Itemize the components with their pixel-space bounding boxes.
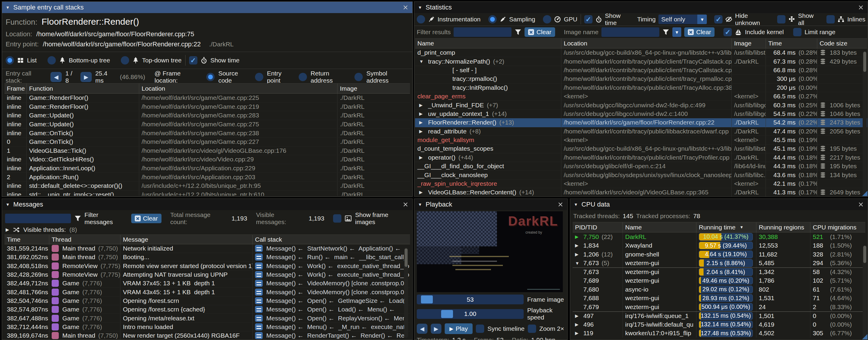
- scrollbar-thumb[interactable]: [863, 246, 866, 263]
- checkbox-sync-timeline[interactable]: [476, 324, 484, 333]
- expand-arrow-icon[interactable]: ▶: [575, 234, 583, 239]
- clear-messages-filter-button[interactable]: Clear: [131, 214, 161, 223]
- playback-speed-slider[interactable]: 1.00: [417, 309, 524, 319]
- table-row[interactable]: tracy::rpmalloc() /home/wolf/darkrl/cont…: [415, 75, 867, 83]
- image-name-input[interactable]: [601, 27, 659, 37]
- table-row[interactable]: ▼7,673(5) wezterm-gui 2.15 s (8.86%) 5,4…: [572, 259, 865, 268]
- expand-arrow-icon[interactable]: ▶: [419, 129, 428, 134]
- expand-arrow-icon[interactable]: ▶: [575, 322, 583, 327]
- radio-bottom-up-tree[interactable]: [48, 56, 56, 64]
- close-icon[interactable]: [403, 4, 409, 10]
- table-row[interactable]: ▶1,206(12) gnome-shell 4.64 s (19.10%) 1…: [572, 250, 865, 259]
- collapse-icon[interactable]: ▼: [574, 202, 578, 207]
- checkbox-zoom-2x[interactable]: [528, 324, 536, 333]
- col-thread[interactable]: Thread: [49, 235, 120, 244]
- col-running-regions[interactable]: Running regions: [756, 222, 810, 232]
- next-stack-button[interactable]: ▶: [81, 72, 92, 82]
- call-stack-list-icon[interactable]: [255, 254, 263, 261]
- checkbox-show-time[interactable]: ✓: [584, 15, 592, 24]
- table-row[interactable]: 382,647,488ns Game(7,776) Opening /meta/…: [4, 314, 410, 322]
- table-row[interactable]: tracy::InitRpmalloc() /home/wolf/darkrl/…: [415, 84, 867, 92]
- col-time[interactable]: Time: [4, 235, 49, 244]
- call-stack-list-icon[interactable]: [255, 262, 263, 270]
- resize-grip[interactable]: [862, 334, 867, 339]
- table-row[interactable]: ▶7,750(22) DarkRL 10.04 s (41.37%) 30,38…: [572, 232, 865, 241]
- call-stack-list-icon[interactable]: [255, 306, 263, 313]
- call-stack-list-icon[interactable]: [255, 332, 263, 339]
- table-row[interactable]: 382,428,269ns RemoteView(7,775) Attempti…: [4, 271, 410, 279]
- col-image[interactable]: Image: [337, 84, 410, 93]
- table-row[interactable]: inline Application::InnerLoop() /home/wo…: [4, 164, 410, 173]
- expand-arrow-icon[interactable]: ▼: [419, 59, 428, 64]
- frame-image-preview[interactable]: DarkRL created by: [417, 211, 563, 292]
- table-row[interactable]: 7,688 wezterm-gui 28.93 ms (0.12%) 1,531…: [572, 294, 865, 303]
- table-row[interactable]: 382,408,518ns RemoteView(7,775) Remote v…: [4, 262, 410, 271]
- table-row[interactable]: 381,559,214ns Main thread(7,750) Network…: [4, 244, 410, 253]
- expand-arrow-icon[interactable]: ▶: [419, 103, 428, 108]
- resize-grip[interactable]: [862, 191, 867, 196]
- table-row[interactable]: 389,169,674ns Main thread(7,750) New ren…: [4, 331, 410, 339]
- table-row[interactable]: 2 Application::Run() /home/wolf/darkrl/s…: [4, 173, 410, 181]
- table-row[interactable]: [ - self - ] /home/wolf/darkrl/contrib/t…: [415, 66, 867, 75]
- col-running-time[interactable]: Running time▼: [696, 222, 756, 232]
- scrollbar[interactable]: [863, 51, 867, 195]
- table-row[interactable]: inline Game::RenderFloor() /home/wolf/da…: [4, 94, 410, 103]
- table-row[interactable]: d_count_templates_scopes /usr/src/debug/…: [415, 144, 867, 153]
- radio-source-code[interactable]: [206, 73, 215, 81]
- table-row[interactable]: ▶read_attribute(+8) /home/wolf/darkrl/co…: [415, 127, 867, 136]
- image-filter-dropdown[interactable]: ▼: [672, 27, 681, 37]
- table-row[interactable]: 0 Game::OnTick() /home/wolf/darkrl/src/g…: [4, 138, 410, 146]
- col-location[interactable]: Location: [561, 39, 732, 48]
- col-message[interactable]: Message: [120, 235, 252, 244]
- table-row[interactable]: ▼tracy::NormalizePath()(+2) /home/wolf/d…: [415, 57, 867, 66]
- checkbox-include-kernel[interactable]: ✓: [723, 28, 732, 36]
- table-row[interactable]: inline Video::GetTicksHiRes() /home/wolf…: [4, 155, 410, 164]
- timing-dropdown[interactable]: Self only▼: [658, 15, 707, 24]
- filter-results-input[interactable]: [454, 27, 512, 37]
- call-stack-list-icon[interactable]: [255, 323, 263, 331]
- checkbox-show-time[interactable]: ✓: [189, 56, 197, 64]
- table-row[interactable]: clear_page_erms <kernel> <kernel> 66.5 m…: [415, 92, 867, 101]
- radio-sampling[interactable]: [488, 15, 497, 24]
- collapse-icon[interactable]: ▼: [418, 5, 422, 10]
- radio-instrumentation[interactable]: [417, 15, 425, 24]
- col-frame[interactable]: Frame: [4, 84, 26, 93]
- checkbox-show-all[interactable]: [777, 15, 785, 24]
- table-row[interactable]: d_print_comp /usr/src/debug/gcc-build/x8…: [415, 49, 867, 57]
- entry-point-value[interactable]: /home/wolf/darkrl/src/game/floor/FloorRe…: [43, 40, 201, 48]
- scrollbar-thumb[interactable]: [405, 249, 408, 267]
- col-code-size[interactable]: Code size: [817, 39, 867, 48]
- radio-entry-point[interactable]: [255, 73, 263, 81]
- call-stack-list-icon[interactable]: [255, 289, 263, 296]
- table-row[interactable]: ▶497 irq/176-iwlwifi:queue_1 132.15 ms (…: [572, 311, 865, 320]
- expand-arrow-icon[interactable]: ▶: [419, 155, 428, 160]
- table-row[interactable]: inline Game::OnTick() /home/wolf/darkrl/…: [4, 129, 410, 138]
- prev-stack-button[interactable]: ◀: [51, 72, 62, 82]
- expand-arrow-icon[interactable]: ▶: [575, 313, 583, 319]
- table-row[interactable]: ▶FloorRenderer::Render()(+13) /home/wolf…: [415, 118, 867, 127]
- table-row[interactable]: 7,679 wezterm-gui 500.94 μs (0.00%) 24 2…: [572, 303, 865, 311]
- expand-arrow-icon[interactable]: ▶: [6, 227, 9, 232]
- col-image[interactable]: Image: [732, 39, 766, 48]
- table-row[interactable]: inline std::default_delete<>::operator()…: [4, 181, 410, 191]
- radio-symbol-address[interactable]: [354, 73, 363, 81]
- collapse-icon[interactable]: ▼: [6, 202, 10, 207]
- table-row[interactable]: __GI___clock_nanosleep /usr/src/debug/gl…: [415, 171, 867, 179]
- call-stack-list-icon[interactable]: [255, 245, 263, 252]
- table-row[interactable]: 382,712,444ns Game(7,776) Intro menu loa…: [4, 323, 410, 331]
- table-row[interactable]: ▶VideoGLBase::RenderContent()(+14) /home…: [415, 188, 867, 196]
- call-stack-list-icon[interactable]: [255, 297, 263, 304]
- table-row[interactable]: 382,574,807ns Game(7,776) Opening /fores…: [4, 305, 410, 314]
- clear-filter-button[interactable]: Clear: [525, 27, 555, 37]
- table-row[interactable]: inline Game::Update() /home/wolf/darkrl/…: [4, 120, 410, 129]
- table-row[interactable]: ▶119 kworker/u17:0+i915_flip 127.48 ms (…: [572, 329, 865, 338]
- close-icon[interactable]: [858, 4, 864, 10]
- radio-return-address[interactable]: [299, 73, 307, 81]
- table-row[interactable]: module_get_kallsym <kernel> <kernel> 45.…: [415, 136, 867, 144]
- checkbox-inlines[interactable]: [827, 15, 835, 24]
- table-row[interactable]: 7,680 async-io 29.02 ms (0.12%) 802 61(7…: [572, 285, 865, 294]
- col-function[interactable]: Function: [26, 84, 139, 93]
- checkbox-hide-unknown[interactable]: ✓: [714, 15, 722, 24]
- call-stack-list-icon[interactable]: [255, 280, 263, 287]
- collapse-icon[interactable]: ▼: [6, 5, 10, 10]
